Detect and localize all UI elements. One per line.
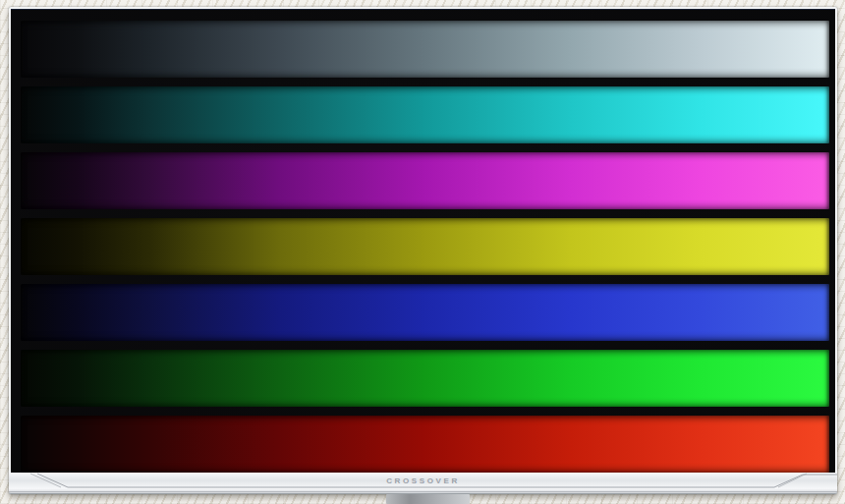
monitor: CROSSOVER — [9, 7, 837, 494]
gradient-bar-yellow — [21, 218, 829, 275]
gradient-bar-green — [21, 350, 829, 407]
monitor-screen — [11, 9, 835, 474]
monitor-bezel: CROSSOVER — [9, 473, 837, 494]
monitor-stand — [386, 494, 470, 504]
gradient-test-pattern — [21, 21, 829, 472]
brick-wall-background: CROSSOVER — [0, 0, 845, 504]
gradient-bar-red — [21, 416, 829, 473]
gradient-bar-blue — [21, 284, 829, 341]
gradient-bar-magenta — [21, 152, 829, 209]
gradient-bar-cyan — [21, 86, 829, 143]
gradient-bar-white — [21, 21, 829, 78]
brand-logo: CROSSOVER — [386, 476, 460, 485]
